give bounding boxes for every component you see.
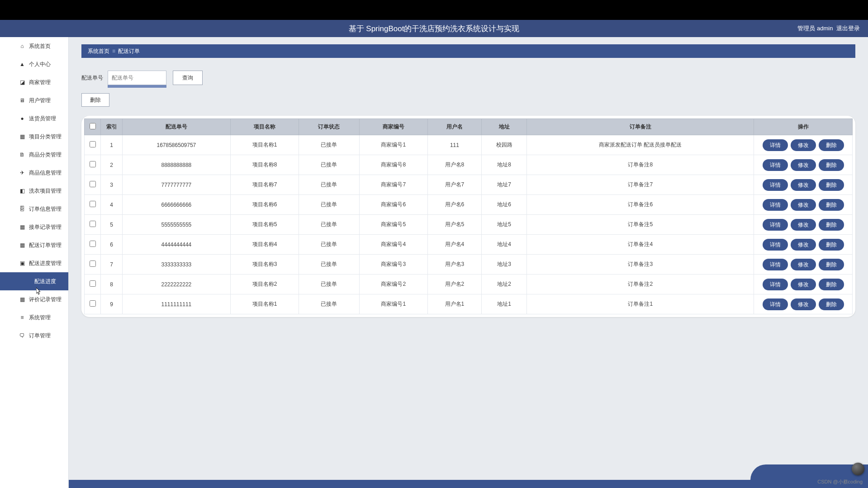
edit-button[interactable]: 修改 <box>791 259 816 270</box>
cell: 订单备注2 <box>527 275 754 294</box>
row-checkbox[interactable] <box>90 241 96 247</box>
sidebar-item-12[interactable]: ▣配送进度管理 <box>0 254 68 272</box>
sidebar-item-5[interactable]: ▦项目分类管理 <box>0 128 68 146</box>
del-button[interactable]: 删除 <box>819 259 844 270</box>
cell: 1678586509757 <box>123 135 231 155</box>
detail-button[interactable]: 详情 <box>763 199 788 211</box>
detail-button[interactable]: 详情 <box>763 159 788 171</box>
delivery-no-input[interactable] <box>108 71 166 85</box>
detail-button[interactable]: 详情 <box>763 259 788 270</box>
table-row: 82222222222项目名称2已接单商家编号2用户名2地址2订单备注2详情修改… <box>85 275 853 294</box>
cell: 地址1 <box>481 294 527 314</box>
edit-button[interactable]: 修改 <box>791 279 816 290</box>
del-button[interactable]: 删除 <box>819 199 844 211</box>
edit-button[interactable]: 修改 <box>791 298 816 310</box>
sidebar-item-10[interactable]: ▦接单记录管理 <box>0 218 68 236</box>
cell: 用户名4 <box>428 235 482 255</box>
cell-actions: 详情修改删除 <box>754 135 853 155</box>
sidebar-item-11[interactable]: ▦配送订单管理 <box>0 236 68 254</box>
edit-button[interactable]: 修改 <box>791 219 816 231</box>
cell: 已接单 <box>299 155 359 175</box>
cell: 用户名5 <box>428 215 482 235</box>
del-button[interactable]: 删除 <box>819 159 844 171</box>
sidebar-item-1[interactable]: ▲个人中心 <box>0 55 68 73</box>
cell: 项目名称6 <box>230 195 299 215</box>
cell: 地址8 <box>481 155 527 175</box>
sidebar-item-0[interactable]: ⌂系统首页 <box>0 37 68 55</box>
sidebar-item-4[interactable]: ●送货员管理 <box>0 109 68 128</box>
search-button[interactable]: 查询 <box>173 71 203 85</box>
sidebar-item-9[interactable]: 🗄订单信息管理 <box>0 200 68 218</box>
logout-link[interactable]: 退出登录 <box>836 25 860 32</box>
edit-button[interactable]: 修改 <box>791 239 816 251</box>
row-checkbox[interactable] <box>90 181 96 187</box>
del-button[interactable]: 删除 <box>819 179 844 191</box>
select-all-checkbox[interactable] <box>90 123 96 129</box>
edit-button[interactable]: 修改 <box>791 139 816 151</box>
cell-actions: 详情修改删除 <box>754 275 853 294</box>
sidebar-item-7[interactable]: ✈商品信息管理 <box>0 164 68 182</box>
row-checkbox[interactable] <box>90 280 96 287</box>
bulk-delete-button[interactable]: 删除 <box>81 93 109 107</box>
cell-checkbox <box>85 294 101 314</box>
col-header: 订单备注 <box>527 119 754 135</box>
cell: 商家编号7 <box>359 175 427 195</box>
cell: 项目名称8 <box>230 155 299 175</box>
row-checkbox[interactable] <box>90 141 96 147</box>
row-checkbox[interactable] <box>90 221 96 227</box>
table-row: 11678586509757项目名称1已接单商家编号1111校园路商家派发配送订… <box>85 135 853 155</box>
detail-button[interactable]: 详情 <box>763 219 788 231</box>
table-row: 37777777777项目名称7已接单商家编号7用户名7地址7订单备注7详情修改… <box>85 175 853 195</box>
cell: 用户名8 <box>428 155 482 175</box>
del-button[interactable]: 删除 <box>819 239 844 251</box>
sidebar-item-16[interactable]: 🗨订单管理 <box>0 327 68 345</box>
row-checkbox[interactable] <box>90 261 96 267</box>
sidebar-item-label: 配送订单管理 <box>29 242 62 249</box>
cell: 校园路 <box>481 135 527 155</box>
detail-button[interactable]: 详情 <box>763 139 788 151</box>
sidebar-item-2[interactable]: ◪商家管理 <box>0 73 68 91</box>
sidebar-item-6[interactable]: 🗎商品分类管理 <box>0 146 68 164</box>
detail-button[interactable]: 详情 <box>763 239 788 251</box>
row-checkbox[interactable] <box>90 161 96 167</box>
cell-checkbox <box>85 135 101 155</box>
search-bar: 配送单号 查询 <box>81 71 855 85</box>
cell-actions: 详情修改删除 <box>754 215 853 235</box>
detail-button[interactable]: 详情 <box>763 298 788 310</box>
breadcrumb: 系统首页 ≡ 配送订单 <box>81 44 855 58</box>
table-row: 73333333333项目名称3已接单商家编号3用户名3地址3订单备注3详情修改… <box>85 255 853 275</box>
cell: 项目名称4 <box>230 235 299 255</box>
data-table: 索引配送单号项目名称订单状态商家编号用户名地址订单备注操作 1167858650… <box>81 116 855 317</box>
col-header: 订单状态 <box>299 119 359 135</box>
sidebar-item-label: 洗衣项目管理 <box>29 187 62 195</box>
edit-button[interactable]: 修改 <box>791 199 816 211</box>
del-button[interactable]: 删除 <box>819 279 844 290</box>
sidebar-item-3[interactable]: 🖥用户管理 <box>0 91 68 109</box>
sidebar-icon: ◧ <box>19 188 25 194</box>
edit-button[interactable]: 修改 <box>791 159 816 171</box>
del-button[interactable]: 删除 <box>819 298 844 310</box>
detail-button[interactable]: 详情 <box>763 279 788 290</box>
sidebar-item-label: 配送进度 <box>34 278 56 285</box>
sidebar-item-13[interactable]: 配送进度 <box>0 272 68 290</box>
row-checkbox[interactable] <box>90 201 96 207</box>
cell: 地址7 <box>481 175 527 195</box>
row-checkbox[interactable] <box>90 300 96 307</box>
sidebar-icon: 🖥 <box>19 97 25 104</box>
cell: 项目名称1 <box>230 294 299 314</box>
del-button[interactable]: 删除 <box>819 139 844 151</box>
breadcrumb-home[interactable]: 系统首页 <box>88 47 109 55</box>
cell: 6 <box>101 235 123 255</box>
sidebar-item-15[interactable]: ≡系统管理 <box>0 308 68 327</box>
sidebar-item-8[interactable]: ◧洗衣项目管理 <box>0 182 68 200</box>
sidebar-item-14[interactable]: ▦评价记录管理 <box>0 290 68 308</box>
cell: 已接单 <box>299 294 359 314</box>
detail-button[interactable]: 详情 <box>763 179 788 191</box>
del-button[interactable]: 删除 <box>819 219 844 231</box>
cell: 4444444444 <box>123 235 231 255</box>
sidebar-icon: ● <box>19 115 25 122</box>
current-user[interactable]: 管理员 admin <box>797 25 833 32</box>
edit-button[interactable]: 修改 <box>791 179 816 191</box>
cell: 商家编号3 <box>359 255 427 275</box>
cell: 项目名称7 <box>230 175 299 195</box>
